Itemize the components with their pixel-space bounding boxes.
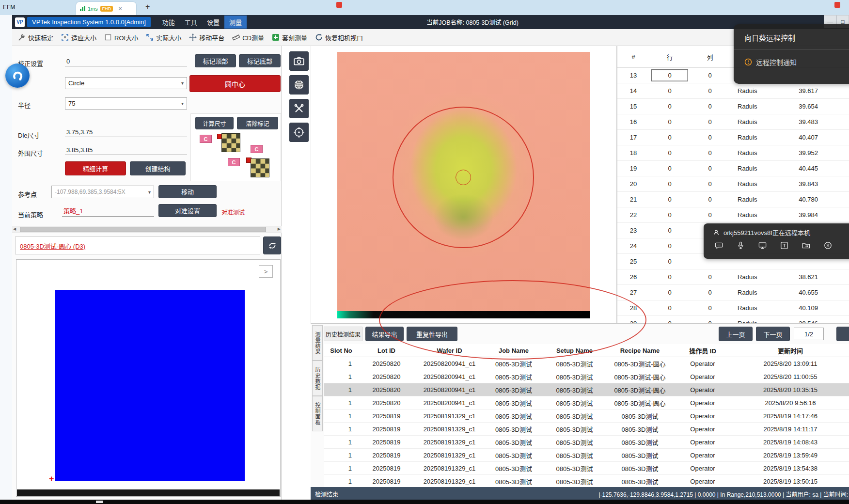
history-row[interactable]: 120250819202508191329_c10805-3D测试0805-3D… xyxy=(324,436,849,449)
table-row[interactable]: 1700Raduis40.407 xyxy=(617,130,849,145)
calibration-target-button[interactable] xyxy=(289,123,309,142)
cell: 1 xyxy=(324,465,359,472)
fit-size-button[interactable]: 适应大小 xyxy=(57,29,100,46)
selected-cell[interactable]: 0 xyxy=(651,69,688,81)
scroll-right-arrow[interactable]: ▶ xyxy=(278,227,281,231)
cell: 20250820 xyxy=(359,373,414,380)
compute-size-button[interactable]: 计算尺寸 xyxy=(195,117,234,129)
quick-calibration-button[interactable]: 快速标定 xyxy=(14,29,57,46)
export-repeatability-button[interactable]: 重复性导出 xyxy=(407,327,457,341)
cell: 202508200941_c1 xyxy=(414,399,485,407)
structure-chip-c: C xyxy=(200,135,212,143)
mark-bottom-button[interactable]: 标记底部 xyxy=(239,54,281,67)
table-row[interactable]: 2000Raduis39.843 xyxy=(617,176,849,192)
calibration-value-input[interactable]: 0 xyxy=(65,57,187,66)
table-row[interactable]: 1800Raduis39.952 xyxy=(617,145,849,161)
tools-button[interactable] xyxy=(289,99,309,118)
cell: 0805-3D测试 xyxy=(485,451,543,460)
toolbar-label: CD测量 xyxy=(242,33,264,42)
history-row[interactable]: 120250819202508191329_c10805-3D测试0805-3D… xyxy=(324,410,849,423)
sync-recipe-button[interactable] xyxy=(263,236,281,254)
radius-select[interactable]: 75 ▾ xyxy=(65,97,187,110)
die-size-input[interactable]: 3.75,3.75 xyxy=(65,126,187,137)
tab-control-panel[interactable]: 控制面板 xyxy=(312,396,323,431)
remote-control-popup[interactable]: 向日葵远程控制 远程控制通知 xyxy=(734,24,849,84)
close-session-icon[interactable] xyxy=(823,241,833,250)
history-row[interactable]: 120250819202508191329_c10805-3D测试0805-3D… xyxy=(324,423,849,436)
history-row-selected[interactable]: 120250820202508200941_c10805-3D测试0805-3D… xyxy=(324,383,849,396)
menu-function[interactable]: 功能 xyxy=(157,16,180,29)
new-tab-button[interactable]: + xyxy=(145,2,150,11)
outer-size-input[interactable]: 3.85,3.85 xyxy=(65,144,187,155)
table-row[interactable]: 2600Raduis38.621 xyxy=(617,269,849,285)
circle-center-button[interactable]: 圆中心 xyxy=(189,75,281,92)
tab-history-results[interactable]: 历史检测结果 xyxy=(324,327,362,341)
fine-compute-button[interactable]: 精细计算 xyxy=(65,161,126,175)
strategy-input[interactable]: 策略_1 xyxy=(62,206,154,217)
menu-settings[interactable]: 设置 xyxy=(202,16,224,29)
remote-session-tab[interactable]: 1ms FHD × xyxy=(76,1,137,15)
align-settings-button[interactable]: 对准设置 xyxy=(158,204,217,217)
cell: Operator xyxy=(674,478,732,485)
tab-close-button[interactable]: × xyxy=(118,5,122,12)
remote-control-ball[interactable] xyxy=(5,63,30,88)
restore-camera-view-button[interactable]: 恢复相机视口 xyxy=(311,29,367,46)
table-row[interactable]: 2100Raduis40.780 xyxy=(617,192,849,207)
menu-tools[interactable]: 工具 xyxy=(180,16,202,29)
grid-view-button[interactable] xyxy=(289,75,309,94)
mic-icon[interactable] xyxy=(736,241,745,250)
prev-page-button[interactable]: 上一页 xyxy=(719,327,753,341)
screen-share-icon[interactable] xyxy=(758,241,767,250)
scrollbar-thumb[interactable] xyxy=(20,227,266,232)
table-row[interactable]: 2200Raduis39.984 xyxy=(617,207,849,223)
align-test-link[interactable]: 对准测试 xyxy=(221,208,245,216)
table-row[interactable]: 2800Raduis40.109 xyxy=(617,300,849,316)
menu-measure[interactable]: 测量 xyxy=(224,16,247,29)
tab-measure-results[interactable]: 测量结果 xyxy=(312,325,323,361)
create-structure-button[interactable]: 创建结构 xyxy=(130,161,186,175)
shape-select[interactable]: Circle ▾ xyxy=(65,77,187,89)
overlay-measure-button[interactable]: 套刻测量 xyxy=(268,29,311,46)
wafer-map-region[interactable] xyxy=(55,290,245,481)
file-transfer-icon[interactable] xyxy=(802,241,811,250)
reference-point-input[interactable]: -107.988,69.385,3.9584:5X ▾ xyxy=(51,186,154,198)
history-row[interactable]: 120250819202508191329_c10805-3D测试0805-3D… xyxy=(324,449,849,462)
remote-session-popup[interactable]: orkj559211vovs8f正在远程本机 xyxy=(704,223,849,259)
tab-history-data[interactable]: 历史数据 xyxy=(312,361,323,396)
roi-size-button[interactable]: ROI大小 xyxy=(100,29,142,46)
history-row[interactable]: 120250819202508191329_c10805-3D测试0805-3D… xyxy=(324,462,849,475)
scroll-left-arrow[interactable]: ◀ xyxy=(13,227,16,231)
cell: 40.407 xyxy=(787,134,819,141)
horizontal-scrollbar[interactable]: ◀ ▶ xyxy=(12,226,282,233)
cell: 0 xyxy=(649,258,690,265)
move-button[interactable]: 移动 xyxy=(158,185,217,198)
page-number-input[interactable]: 1/2 xyxy=(794,328,824,340)
history-row[interactable]: 120250820202508200941_c10805-3D测试0805-3D… xyxy=(324,357,849,370)
table-row[interactable]: 1400Raduis39.617 xyxy=(617,83,849,99)
expand-panel-button[interactable]: > xyxy=(259,265,273,278)
warning-icon xyxy=(744,58,752,66)
table-row[interactable]: 1900Raduis40.445 xyxy=(617,161,849,176)
camera-image[interactable] xyxy=(337,52,590,318)
recipe-link[interactable]: 0805-3D测试-圆心 (D3) xyxy=(20,241,85,251)
snapshot-button[interactable] xyxy=(289,51,309,71)
camera-icon xyxy=(293,55,305,67)
cd-measure-button[interactable]: CD测量 xyxy=(228,29,268,46)
goto-page-button[interactable] xyxy=(836,327,849,341)
text-tool-icon[interactable] xyxy=(780,241,789,250)
history-row[interactable]: 120250819202508191329_c10805-3D测试0805-3D… xyxy=(324,475,849,488)
move-stage-button[interactable]: 移动平台 xyxy=(185,29,228,46)
mark-top-button[interactable]: 标记顶部 xyxy=(195,54,236,67)
table-row[interactable]: 1500Raduis39.654 xyxy=(617,99,849,114)
actual-size-button[interactable]: 实际大小 xyxy=(142,29,185,46)
table-row[interactable]: 2700Raduis40.655 xyxy=(617,285,849,300)
clear-marks-button[interactable]: 清除标记 xyxy=(237,117,278,129)
history-row[interactable]: 120250820202508200941_c10805-3D测试0805-3D… xyxy=(324,396,849,410)
cell: 20250820 xyxy=(359,386,414,394)
next-page-button[interactable]: 下一页 xyxy=(756,327,790,341)
export-results-button[interactable]: 结果导出 xyxy=(365,327,404,341)
chat-icon[interactable] xyxy=(714,241,723,250)
history-row[interactable]: 120250820202508200941_c10805-3D测试0805-3D… xyxy=(324,370,849,383)
remote-notification-row[interactable]: 远程控制通知 xyxy=(744,57,797,67)
table-row[interactable]: 1600Raduis39.483 xyxy=(617,114,849,130)
